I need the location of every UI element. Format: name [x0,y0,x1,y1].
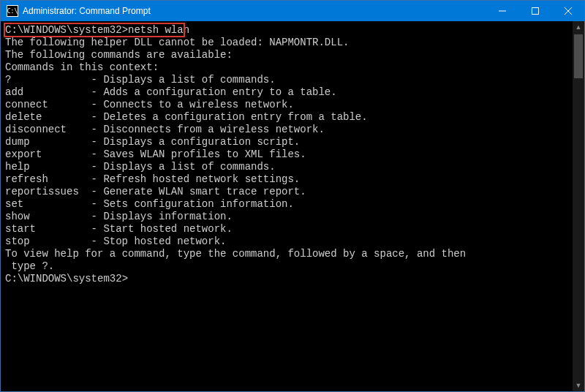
terminal-line: The following helper DLL cannot be loade… [5,37,568,49]
command-help-line: help - Displays a list of commands. [5,161,568,173]
command-help-line: reportissues - Generate WLAN smart trace… [5,186,568,198]
scroll-thumb[interactable] [574,34,583,78]
command-help-line: delete - Deletes a configuration entry f… [5,111,568,124]
command-help-line: stop - Stop hosted network. [5,235,568,248]
command-help-line: set - Sets configuration information. [5,198,568,211]
cmd-icon: C:\ [7,5,18,17]
command-help-line: ? - Displays a list of commands. [5,74,568,86]
window-title: Administrator: Command Prompt [23,6,151,16]
command-help-line: disconnect - Disconnects from a wireless… [5,124,568,136]
titlebar[interactable]: C:\ Administrator: Command Prompt [1,1,584,21]
minimize-button[interactable] [486,1,518,21]
terminal-line: C:\WINDOWS\system32>netsh wlan [5,24,568,37]
command-prompt-window: C:\ Administrator: Command Prompt C:\WIN… [0,0,585,392]
maximize-button[interactable] [518,1,551,21]
client-area: C:\WINDOWS\system32>netsh wlanThe follow… [1,21,584,391]
terminal-line: C:\WINDOWS\system32> [5,273,568,285]
command-help-line: start - Start hosted network. [5,223,568,235]
terminal-line: type ?. [5,260,568,273]
command-help-line: dump - Displays a configuration script. [5,136,568,148]
command-help-line: export - Saves WLAN profiles to XML file… [5,148,568,161]
terminal-output[interactable]: C:\WINDOWS\system32>netsh wlanThe follow… [1,21,573,391]
svg-rect-1 [532,8,538,15]
close-button[interactable] [551,1,584,21]
scroll-up-icon[interactable]: ▲ [573,21,584,33]
vertical-scrollbar[interactable]: ▲ ▼ [573,21,584,391]
command-help-line: show - Displays information. [5,211,568,223]
terminal-line: To view help for a command, type the com… [5,248,568,260]
terminal-line: The following commands are available: [5,49,568,61]
command-help-line: connect - Connects to a wireless network… [5,99,568,111]
scroll-down-icon[interactable]: ▼ [573,380,584,391]
terminal-line: Commands in this context: [5,61,568,74]
command-help-line: refresh - Refresh hosted network setting… [5,173,568,186]
command-help-line: add - Adds a configuration entry to a ta… [5,86,568,99]
